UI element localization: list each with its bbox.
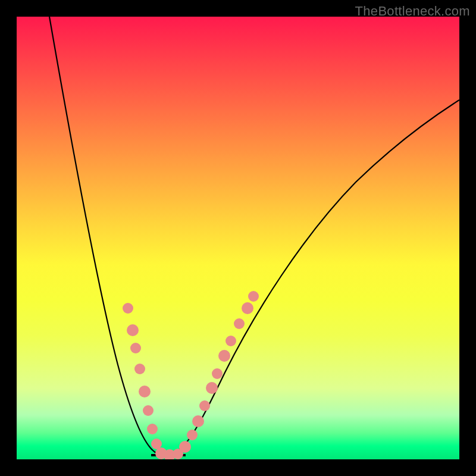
chart-frame: TheBottleneck.com: [0, 0, 476, 476]
chart-svg: [17, 17, 459, 459]
data-dot: [242, 302, 253, 314]
data-dot: [179, 441, 191, 453]
watermark-text: TheBottleneck.com: [355, 4, 470, 19]
data-dot: [218, 350, 230, 362]
data-dot: [192, 415, 204, 427]
data-dot: [226, 336, 236, 346]
data-dot: [206, 382, 218, 394]
data-dot: [248, 291, 259, 302]
data-dot: [234, 318, 245, 329]
data-dot: [134, 364, 145, 374]
data-dot: [147, 424, 158, 434]
data-dot: [130, 343, 141, 353]
data-dot: [139, 386, 151, 397]
right-curve: [165, 100, 459, 456]
data-dot: [199, 400, 210, 411]
plot-area: [17, 17, 459, 459]
data-dot: [212, 368, 223, 379]
data-dot: [143, 405, 154, 416]
data-dot: [127, 324, 139, 336]
data-dot: [123, 303, 133, 314]
dot-layer: [123, 291, 259, 459]
data-dot: [187, 430, 198, 440]
